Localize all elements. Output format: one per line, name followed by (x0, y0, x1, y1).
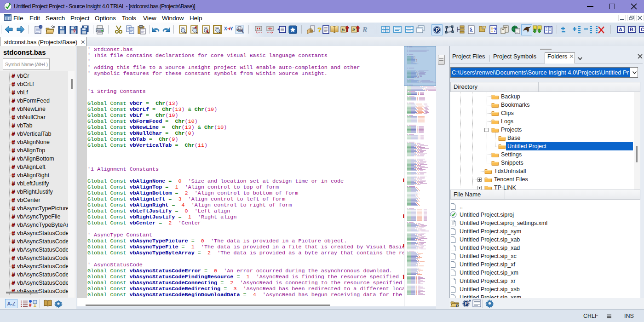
svg-text:R: R (362, 26, 368, 34)
svg-text:P: P (465, 301, 468, 306)
svg-text:C: C (641, 27, 644, 32)
svg-text:#: # (29, 303, 32, 308)
svg-text:?: ? (73, 29, 76, 34)
svg-text:A: A (619, 27, 622, 32)
svg-text:?: ? (493, 27, 496, 33)
svg-text:www: www (236, 29, 243, 31)
svg-text:fx: fx (341, 28, 345, 32)
svg-text:B: B (630, 27, 633, 32)
svg-text:P: P (436, 27, 439, 33)
svg-text:X: X (224, 26, 227, 31)
svg-text:R: R (351, 28, 355, 32)
svg-text:S: S (470, 27, 472, 32)
svg-text:Y: Y (230, 26, 233, 31)
svg-text:P: P (456, 304, 459, 308)
